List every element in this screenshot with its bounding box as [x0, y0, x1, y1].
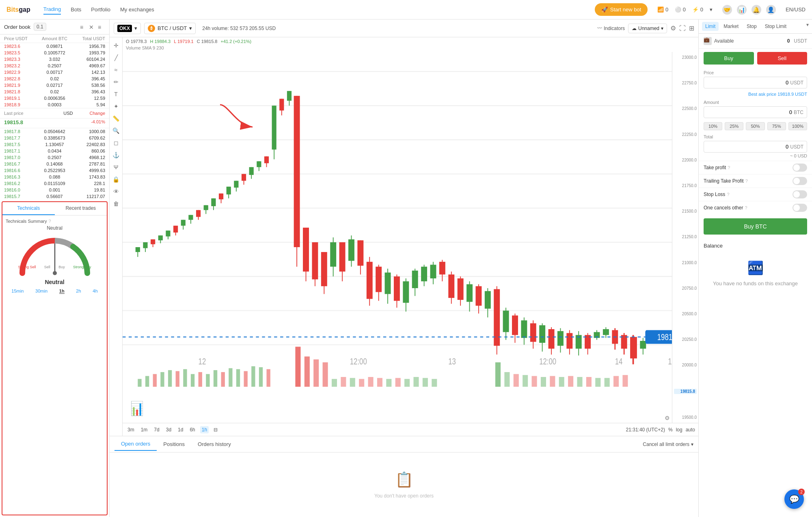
- tf-1h[interactable]: 1h: [200, 426, 209, 433]
- fib-tool[interactable]: Ψ: [111, 162, 121, 172]
- chart-settings-button[interactable]: ⚙: [670, 24, 676, 32]
- anchor-tool[interactable]: ⚓: [111, 150, 121, 160]
- pair-selector[interactable]: ₿ BTC / USDT ▾: [144, 23, 196, 34]
- bid-row[interactable]: 19817.51.13045722402.83: [0, 141, 109, 148]
- pct-100[interactable]: 100%: [788, 122, 807, 130]
- ask-row[interactable]: 19819.10.000635612.59: [0, 95, 109, 101]
- chart-icon[interactable]: 📊: [737, 5, 747, 15]
- order-type-expand[interactable]: ▾: [806, 22, 809, 31]
- pct-50[interactable]: 50%: [746, 122, 764, 130]
- nav-trading[interactable]: Trading: [43, 4, 61, 15]
- tf-3m[interactable]: 3m: [126, 426, 136, 433]
- stop-loss-toggle[interactable]: [793, 190, 807, 198]
- trailing-tp-help[interactable]: ?: [745, 179, 748, 183]
- eye-tool[interactable]: 👁: [111, 187, 121, 196]
- tf-1d[interactable]: 1d: [176, 426, 185, 433]
- tf-7d[interactable]: 7d: [152, 426, 161, 433]
- measure-tool[interactable]: 📏: [111, 114, 121, 123]
- bid-row[interactable]: 19815.70.5660711217.07: [0, 193, 109, 200]
- take-profit-toggle[interactable]: [793, 164, 807, 172]
- bid-row[interactable]: 19816.30.0881743.83: [0, 174, 109, 180]
- total-input[interactable]: 0: [707, 144, 788, 150]
- chart-grid-button[interactable]: ⊞: [689, 24, 694, 32]
- brush-tool[interactable]: ≈: [111, 65, 121, 75]
- ask-row[interactable]: 19818.90.00035.94: [0, 101, 109, 108]
- indicators-button[interactable]: 〰 Indicators: [597, 26, 625, 31]
- text-tool[interactable]: T: [111, 89, 121, 99]
- object-tool[interactable]: ◻: [111, 138, 121, 148]
- bid-row[interactable]: 19817.00.25074968.12: [0, 154, 109, 161]
- log-mode[interactable]: log: [676, 427, 682, 433]
- amount-input[interactable]: 0: [707, 109, 792, 115]
- buy-button[interactable]: Buy: [704, 52, 754, 65]
- bell-icon[interactable]: 🔔: [752, 5, 761, 15]
- ask-row[interactable]: 19821.80.02396.43: [0, 88, 109, 95]
- submit-order-button[interactable]: Buy BTC: [704, 218, 807, 235]
- tab-orders-history[interactable]: Orders history: [191, 438, 238, 450]
- ob-icon-2[interactable]: ✕: [89, 24, 96, 30]
- trend-line-tool[interactable]: ╱: [111, 53, 121, 62]
- bid-row[interactable]: 19817.80.05046421000.08: [0, 128, 109, 135]
- trailing-tp-toggle[interactable]: [793, 177, 807, 185]
- ot-stop-limit[interactable]: Stop Limit: [762, 22, 790, 31]
- sell-button[interactable]: Sell: [757, 52, 808, 65]
- bid-row[interactable]: 19816.60.25229534999.63: [0, 167, 109, 174]
- auto-mode[interactable]: auto: [686, 427, 695, 433]
- user-icon[interactable]: 👤: [766, 5, 776, 15]
- pct-75[interactable]: 75%: [767, 122, 786, 130]
- handshake-icon[interactable]: 🤝: [722, 5, 732, 15]
- nav-indicator-expand[interactable]: ▾: [710, 6, 713, 13]
- tf-1m[interactable]: 1m: [139, 426, 149, 433]
- tab-open-orders[interactable]: Open orders: [114, 437, 157, 451]
- depth-selector[interactable]: 0.1: [34, 23, 46, 31]
- chart-fullscreen-button[interactable]: ⛶: [679, 25, 686, 32]
- ask-row[interactable]: 19823.20.25074969.67: [0, 62, 109, 69]
- ob-icon-3[interactable]: ≡: [98, 24, 105, 30]
- bid-row[interactable]: 19816.20.0115109228.1: [0, 180, 109, 187]
- best-ask-link[interactable]: Best ask price 19818.9 USDT: [699, 91, 812, 97]
- ask-row[interactable]: 19823.33.03260104.24: [0, 56, 109, 62]
- tf-candle[interactable]: ⊟: [212, 426, 219, 433]
- tf-30min[interactable]: 30min: [35, 289, 48, 294]
- stop-loss-help[interactable]: ?: [727, 192, 729, 197]
- tf-6h[interactable]: 6h: [188, 426, 197, 433]
- lock-tool[interactable]: 🔒: [111, 174, 121, 184]
- crosshair-tool[interactable]: ✛: [111, 41, 121, 50]
- tf-3d[interactable]: 3d: [164, 426, 173, 433]
- ask-row[interactable]: 19822.80.02396.45: [0, 75, 109, 82]
- nav-exchanges[interactable]: My exchanges: [120, 5, 154, 14]
- bid-row[interactable]: 19817.10.0434860.06: [0, 148, 109, 154]
- tf-1h[interactable]: 1h: [59, 289, 65, 294]
- nav-bots[interactable]: Bots: [71, 5, 81, 14]
- tab-positions[interactable]: Positions: [157, 438, 191, 450]
- ob-icon-1[interactable]: ≡: [80, 24, 87, 30]
- chart-svg-area[interactable]: 12 12:00 13 12:00 14 12:00: [123, 52, 698, 423]
- delete-tool[interactable]: 🗑: [111, 199, 121, 209]
- ask-row[interactable]: 19822.90.00717142.13: [0, 69, 109, 75]
- ot-market[interactable]: Market: [720, 22, 742, 31]
- bid-row[interactable]: 19817.70.33856736709.62: [0, 135, 109, 141]
- start-bot-button[interactable]: 🚀 Start new bot: [595, 3, 648, 16]
- nav-portfolio[interactable]: Portfolio: [91, 5, 110, 14]
- take-profit-help[interactable]: ?: [728, 165, 730, 170]
- bid-row[interactable]: 19816.70.140682787.81: [0, 161, 109, 167]
- shape-tool[interactable]: ✦: [111, 101, 121, 111]
- pct-10[interactable]: 10%: [704, 122, 722, 130]
- ot-limit[interactable]: Limit: [702, 22, 719, 31]
- bid-row[interactable]: 19816.00.00119.81: [0, 187, 109, 193]
- tf-15min[interactable]: 15min: [11, 289, 24, 294]
- tab-technicals[interactable]: Technicals: [2, 202, 55, 215]
- oco-toggle[interactable]: [793, 204, 807, 212]
- ask-row[interactable]: 19821.90.02717538.56: [0, 82, 109, 88]
- ask-row[interactable]: 19823.60.098711956.78: [0, 43, 109, 50]
- chart-name-button[interactable]: ☁ Unnamed ▾: [628, 24, 667, 33]
- cancel-all-button[interactable]: Cancel all limit orders ▾: [643, 442, 693, 447]
- zoom-tool[interactable]: 🔍: [111, 126, 121, 136]
- pen-tool[interactable]: ✏: [111, 77, 121, 87]
- tf-2h[interactable]: 2h: [76, 289, 81, 294]
- summary-help-icon[interactable]: ?: [48, 219, 51, 224]
- lang-selector[interactable]: EN/USD: [786, 6, 806, 13]
- price-input[interactable]: 0: [707, 80, 788, 86]
- ot-stop[interactable]: Stop: [743, 22, 760, 31]
- oco-help[interactable]: ?: [745, 205, 747, 210]
